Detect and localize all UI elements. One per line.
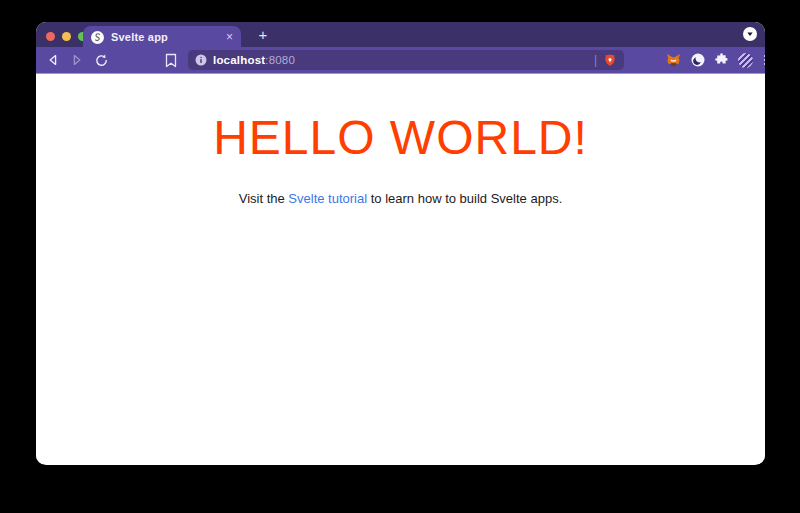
hamburger-icon	[764, 59, 765, 61]
paragraph-prefix: Visit the	[239, 191, 289, 206]
page-content: HELLO WORLD! Visit the Svelte tutorial t…	[36, 74, 765, 464]
moon-circle-icon	[691, 53, 705, 67]
extensions-button[interactable]	[714, 53, 729, 68]
dark-mode-extension-button[interactable]	[690, 53, 705, 68]
reload-button[interactable]	[94, 52, 109, 68]
tab-close-icon[interactable]: ×	[226, 31, 233, 43]
svelte-favicon-icon	[91, 30, 104, 43]
paragraph-suffix: to learn how to build Svelte apps.	[367, 191, 562, 206]
url-port: :8080	[265, 54, 295, 66]
hamburger-icon	[764, 55, 765, 57]
tab-title: Svelte app	[111, 31, 219, 43]
bookmark-icon	[165, 53, 177, 68]
address-bar[interactable]: localhost:8080 |	[188, 50, 624, 70]
site-info-icon[interactable]	[195, 54, 207, 66]
tab-svelte-app[interactable]: Svelte app ×	[83, 26, 241, 47]
chevron-down-icon	[746, 30, 754, 38]
main-menu-button[interactable]	[764, 55, 765, 65]
close-window-button[interactable]	[46, 32, 55, 41]
hamburger-icon	[764, 63, 765, 65]
bookmark-button[interactable]	[165, 52, 177, 68]
url-text: localhost:8080	[213, 54, 588, 66]
back-arrow-icon	[46, 53, 60, 67]
reload-icon	[94, 53, 109, 68]
metamask-extension-button[interactable]	[666, 53, 681, 68]
forward-arrow-icon	[70, 53, 84, 67]
new-tab-button[interactable]: +	[252, 25, 274, 45]
metamask-fox-icon	[666, 53, 681, 67]
minimize-window-button[interactable]	[62, 32, 71, 41]
back-button[interactable]	[46, 52, 60, 68]
page-title: HELLO WORLD!	[36, 110, 765, 165]
url-host: localhost	[213, 54, 265, 66]
svelte-tutorial-link[interactable]: Svelte tutorial	[288, 191, 367, 206]
tab-bar: Svelte app × +	[36, 22, 765, 47]
profile-avatar[interactable]	[738, 53, 753, 68]
browser-window: Svelte app × +	[36, 22, 765, 465]
brave-shields-button[interactable]	[603, 53, 617, 68]
extensions-area	[666, 53, 765, 68]
puzzle-piece-icon	[715, 53, 729, 67]
tab-search-button[interactable]	[743, 27, 757, 41]
traffic-lights	[46, 32, 87, 41]
urlbar-separator: |	[594, 53, 597, 67]
brave-shield-icon	[603, 53, 617, 68]
navigation-toolbar: localhost:8080 |	[36, 47, 765, 74]
intro-paragraph: Visit the Svelte tutorial to learn how t…	[36, 191, 765, 206]
forward-button[interactable]	[70, 52, 84, 68]
